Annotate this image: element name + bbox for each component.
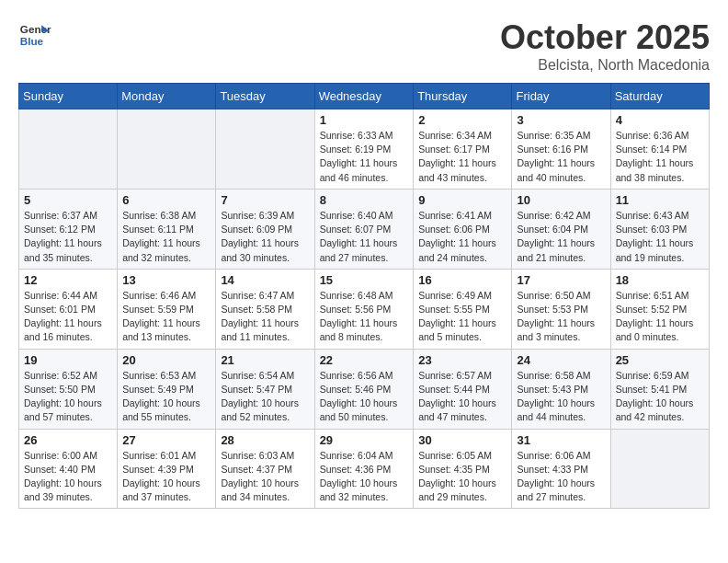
day-number: 15 (320, 273, 409, 287)
day-info: Sunrise: 6:59 AM Sunset: 5:41 PM Dayligh… (616, 369, 704, 425)
day-info: Sunrise: 6:40 AM Sunset: 6:07 PM Dayligh… (320, 209, 409, 265)
col-header-friday: Friday (512, 84, 610, 109)
day-number: 25 (616, 353, 704, 367)
day-info: Sunrise: 6:49 AM Sunset: 5:55 PM Dayligh… (418, 289, 506, 345)
day-number: 21 (221, 353, 309, 367)
day-number: 10 (517, 193, 605, 207)
day-number: 24 (517, 353, 605, 367)
day-number: 4 (616, 113, 704, 127)
calendar-cell: 3Sunrise: 6:35 AM Sunset: 6:16 PM Daylig… (512, 109, 610, 190)
day-number: 1 (320, 113, 409, 127)
calendar-cell: 21Sunrise: 6:54 AM Sunset: 5:47 PM Dayli… (216, 349, 314, 429)
day-info: Sunrise: 6:33 AM Sunset: 6:19 PM Dayligh… (320, 129, 409, 185)
day-info: Sunrise: 6:46 AM Sunset: 5:59 PM Dayligh… (122, 289, 210, 345)
day-info: Sunrise: 6:39 AM Sunset: 6:09 PM Dayligh… (221, 209, 309, 265)
day-number: 12 (24, 273, 112, 287)
day-info: Sunrise: 6:06 AM Sunset: 4:33 PM Dayligh… (517, 449, 605, 505)
calendar-cell: 10Sunrise: 6:42 AM Sunset: 6:04 PM Dayli… (512, 189, 610, 269)
day-number: 31 (517, 433, 605, 447)
day-info: Sunrise: 6:01 AM Sunset: 4:39 PM Dayligh… (122, 449, 210, 505)
calendar-cell: 23Sunrise: 6:57 AM Sunset: 5:44 PM Dayli… (414, 349, 512, 429)
calendar-cell: 29Sunrise: 6:04 AM Sunset: 4:36 PM Dayli… (314, 429, 414, 509)
calendar-cell: 22Sunrise: 6:56 AM Sunset: 5:46 PM Dayli… (314, 349, 414, 429)
calendar-cell: 25Sunrise: 6:59 AM Sunset: 5:41 PM Dayli… (610, 349, 709, 429)
day-info: Sunrise: 6:48 AM Sunset: 5:56 PM Dayligh… (320, 289, 409, 345)
calendar-cell: 15Sunrise: 6:48 AM Sunset: 5:56 PM Dayli… (314, 269, 414, 349)
col-header-saturday: Saturday (610, 84, 709, 109)
calendar-cell: 4Sunrise: 6:36 AM Sunset: 6:14 PM Daylig… (610, 109, 709, 190)
day-info: Sunrise: 6:41 AM Sunset: 6:06 PM Dayligh… (418, 209, 506, 265)
calendar-cell: 18Sunrise: 6:51 AM Sunset: 5:52 PM Dayli… (610, 269, 709, 349)
day-number: 11 (616, 193, 704, 207)
calendar-cell (216, 109, 314, 190)
day-number: 2 (418, 113, 506, 127)
day-number: 7 (221, 193, 309, 207)
calendar-cell: 27Sunrise: 6:01 AM Sunset: 4:39 PM Dayli… (118, 429, 216, 509)
day-info: Sunrise: 6:51 AM Sunset: 5:52 PM Dayligh… (616, 289, 704, 345)
calendar-cell: 19Sunrise: 6:52 AM Sunset: 5:50 PM Dayli… (19, 349, 118, 429)
calendar-cell: 9Sunrise: 6:41 AM Sunset: 6:06 PM Daylig… (414, 189, 512, 269)
day-info: Sunrise: 6:50 AM Sunset: 5:53 PM Dayligh… (517, 289, 605, 345)
col-header-wednesday: Wednesday (314, 84, 414, 109)
calendar-cell: 1Sunrise: 6:33 AM Sunset: 6:19 PM Daylig… (314, 109, 414, 190)
calendar-cell (610, 429, 709, 509)
day-number: 20 (122, 353, 210, 367)
day-info: Sunrise: 6:43 AM Sunset: 6:03 PM Dayligh… (616, 209, 704, 265)
title-section: October 2025 Belcista, North Macedonia (500, 18, 710, 74)
day-number: 22 (320, 353, 409, 367)
calendar-table: SundayMondayTuesdayWednesdayThursdayFrid… (18, 83, 710, 509)
calendar-cell: 28Sunrise: 6:03 AM Sunset: 4:37 PM Dayli… (216, 429, 314, 509)
day-info: Sunrise: 6:38 AM Sunset: 6:11 PM Dayligh… (122, 209, 210, 265)
day-info: Sunrise: 6:54 AM Sunset: 5:47 PM Dayligh… (221, 369, 309, 425)
logo: General Blue (18, 18, 51, 52)
day-info: Sunrise: 6:34 AM Sunset: 6:17 PM Dayligh… (418, 129, 506, 185)
calendar-cell: 24Sunrise: 6:58 AM Sunset: 5:43 PM Dayli… (512, 349, 610, 429)
day-number: 16 (418, 273, 506, 287)
calendar-cell: 6Sunrise: 6:38 AM Sunset: 6:11 PM Daylig… (118, 189, 216, 269)
calendar-cell: 2Sunrise: 6:34 AM Sunset: 6:17 PM Daylig… (414, 109, 512, 190)
day-info: Sunrise: 6:57 AM Sunset: 5:44 PM Dayligh… (418, 369, 506, 425)
calendar-cell: 30Sunrise: 6:05 AM Sunset: 4:35 PM Dayli… (414, 429, 512, 509)
calendar-cell (118, 109, 216, 190)
day-info: Sunrise: 6:35 AM Sunset: 6:16 PM Dayligh… (517, 129, 605, 185)
calendar-cell: 11Sunrise: 6:43 AM Sunset: 6:03 PM Dayli… (610, 189, 709, 269)
day-info: Sunrise: 6:44 AM Sunset: 6:01 PM Dayligh… (24, 289, 112, 345)
calendar-cell: 26Sunrise: 6:00 AM Sunset: 4:40 PM Dayli… (19, 429, 118, 509)
col-header-thursday: Thursday (414, 84, 512, 109)
col-header-sunday: Sunday (19, 84, 118, 109)
calendar-week-5: 26Sunrise: 6:00 AM Sunset: 4:40 PM Dayli… (19, 429, 710, 509)
calendar-week-4: 19Sunrise: 6:52 AM Sunset: 5:50 PM Dayli… (19, 349, 710, 429)
calendar-cell: 13Sunrise: 6:46 AM Sunset: 5:59 PM Dayli… (118, 269, 216, 349)
calendar-cell (19, 109, 118, 190)
col-header-tuesday: Tuesday (216, 84, 314, 109)
day-number: 3 (517, 113, 605, 127)
day-number: 30 (418, 433, 506, 447)
day-info: Sunrise: 6:05 AM Sunset: 4:35 PM Dayligh… (418, 449, 506, 505)
calendar-cell: 31Sunrise: 6:06 AM Sunset: 4:33 PM Dayli… (512, 429, 610, 509)
svg-text:General: General (20, 23, 51, 35)
day-number: 18 (616, 273, 704, 287)
day-number: 26 (24, 433, 112, 447)
calendar-cell: 8Sunrise: 6:40 AM Sunset: 6:07 PM Daylig… (314, 189, 414, 269)
day-info: Sunrise: 6:03 AM Sunset: 4:37 PM Dayligh… (221, 449, 309, 505)
svg-text:Blue: Blue (20, 35, 44, 47)
day-info: Sunrise: 6:56 AM Sunset: 5:46 PM Dayligh… (320, 369, 409, 425)
calendar-week-3: 12Sunrise: 6:44 AM Sunset: 6:01 PM Dayli… (19, 269, 710, 349)
day-number: 19 (24, 353, 112, 367)
day-info: Sunrise: 6:36 AM Sunset: 6:14 PM Dayligh… (616, 129, 704, 185)
month-title: October 2025 (500, 18, 710, 57)
calendar-cell: 16Sunrise: 6:49 AM Sunset: 5:55 PM Dayli… (414, 269, 512, 349)
day-info: Sunrise: 6:42 AM Sunset: 6:04 PM Dayligh… (517, 209, 605, 265)
calendar-week-2: 5Sunrise: 6:37 AM Sunset: 6:12 PM Daylig… (19, 189, 710, 269)
calendar-cell: 17Sunrise: 6:50 AM Sunset: 5:53 PM Dayli… (512, 269, 610, 349)
header: General Blue October 2025 Belcista, Nort… (18, 18, 710, 74)
day-number: 5 (24, 193, 112, 207)
day-number: 14 (221, 273, 309, 287)
calendar-cell: 14Sunrise: 6:47 AM Sunset: 5:58 PM Dayli… (216, 269, 314, 349)
day-info: Sunrise: 6:47 AM Sunset: 5:58 PM Dayligh… (221, 289, 309, 345)
day-info: Sunrise: 6:37 AM Sunset: 6:12 PM Dayligh… (24, 209, 112, 265)
day-number: 29 (320, 433, 409, 447)
day-info: Sunrise: 6:58 AM Sunset: 5:43 PM Dayligh… (517, 369, 605, 425)
day-info: Sunrise: 6:53 AM Sunset: 5:49 PM Dayligh… (122, 369, 210, 425)
day-number: 8 (320, 193, 409, 207)
